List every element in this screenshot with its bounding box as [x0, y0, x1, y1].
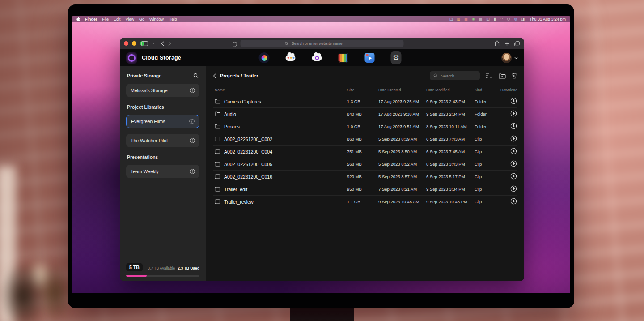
resolve-app-icon[interactable]	[259, 52, 270, 63]
folder-icon	[215, 99, 220, 104]
screen-mirroring-icon[interactable]: ◳	[449, 17, 453, 21]
table-row[interactable]: A002_02261200_C016 920 MB 5 Sep 2023 8:5…	[213, 171, 517, 183]
download-button[interactable]	[510, 198, 517, 205]
info-icon[interactable]	[190, 169, 195, 174]
siri-icon[interactable]: ◍	[514, 17, 517, 21]
column-header-download: Download	[500, 88, 517, 92]
sidebar-item-the-watcher-pilot[interactable]: The Watcher Pilot	[126, 134, 199, 147]
forward-button[interactable]	[168, 41, 171, 46]
green-status-icon[interactable]: ◉	[472, 17, 475, 21]
display-icon[interactable]: ◫	[486, 17, 490, 21]
content-search[interactable]	[430, 71, 480, 80]
download-button[interactable]	[510, 110, 517, 117]
file-name: A002_02261200_C002	[224, 137, 272, 142]
menu-item-go[interactable]: Go	[139, 17, 144, 21]
file-browser: Projects / Trailer	[206, 66, 524, 281]
back-chevron-icon[interactable]	[213, 73, 216, 78]
file-kind: Clip	[475, 149, 500, 154]
stats-widget-icon[interactable]: ▥	[457, 17, 461, 21]
file-size: 751 MB	[347, 149, 378, 154]
tab-overview-icon[interactable]	[514, 41, 520, 46]
section-label-presentations: Presentations	[127, 154, 199, 160]
info-icon[interactable]	[190, 138, 195, 143]
share-icon[interactable]	[495, 40, 500, 47]
minimize-window-button[interactable]	[132, 41, 136, 46]
file-kind: Folder	[475, 111, 500, 116]
clip-icon	[215, 162, 220, 167]
sidebar-item-team-weekly[interactable]: Team Weekly	[126, 165, 199, 178]
file-date-modified: 9 Sep 2023 10:48 PM	[426, 199, 475, 204]
new-folder-icon[interactable]	[499, 73, 506, 79]
keyboard-icon[interactable]: ▤	[479, 17, 483, 21]
breadcrumb[interactable]: Projects / Trailer	[220, 73, 258, 78]
content-search-input[interactable]	[440, 73, 478, 79]
table-row[interactable]: Proxies 1.0 GB 17 Aug 2023 9:51 AM 8 Sep…	[213, 120, 517, 133]
table-row[interactable]: Trailer_edit 950 MB 7 Sep 2023 8:21 AM 9…	[213, 183, 517, 196]
table-row[interactable]: Audio 840 MB 17 Aug 2023 9:38 AM 9 Sep 2…	[213, 108, 517, 120]
file-table: Name Size Date Created Date Modified Kin…	[213, 85, 517, 208]
address-bar[interactable]	[241, 40, 404, 47]
file-name: Trailer_review	[224, 199, 254, 205]
info-icon[interactable]	[190, 88, 195, 93]
download-button[interactable]	[510, 160, 517, 167]
wifi-icon[interactable]: ◠	[500, 17, 503, 21]
menu-item-edit[interactable]: Edit	[114, 17, 121, 21]
sidebar-search-icon[interactable]	[193, 73, 199, 78]
file-size: 920 MB	[347, 174, 378, 179]
download-button[interactable]	[510, 148, 517, 154]
sidebar-toggle-icon[interactable]	[141, 41, 148, 46]
apple-menu-icon[interactable]	[76, 17, 80, 21]
menu-items: FileEditViewGoWindowHelp	[102, 17, 177, 21]
sort-icon[interactable]	[486, 73, 493, 79]
menu-item-window[interactable]: Window	[149, 17, 164, 21]
delete-icon[interactable]	[512, 73, 517, 79]
back-button[interactable]	[161, 41, 164, 46]
download-button[interactable]	[510, 173, 517, 180]
sidebar-item-evergreen-films[interactable]: Evergreen Films	[126, 115, 199, 128]
search-icon[interactable]: ○	[507, 17, 510, 21]
new-tab-icon[interactable]	[504, 41, 509, 46]
menu-item-help[interactable]: Help	[169, 17, 177, 21]
download-button[interactable]	[510, 98, 517, 104]
table-row[interactable]: Trailer_review 1.1 GB 9 Sep 2023 10:48 A…	[213, 196, 517, 208]
file-size: 860 MB	[347, 137, 378, 141]
table-row[interactable]: A002_02261200_C004 751 MB 5 Sep 2023 8:5…	[213, 146, 517, 158]
browser-toolbar	[120, 38, 524, 49]
file-date-modified: 9 Sep 2023 2:43 PM	[426, 99, 475, 104]
clapperboard-app-icon[interactable]	[364, 52, 375, 63]
menu-clock[interactable]: Thu 31 Aug 3:24 pm	[530, 17, 566, 21]
file-date-created: 17 Aug 2023 9:38 AM	[378, 111, 426, 116]
clip-icon	[215, 149, 220, 154]
close-window-button[interactable]	[124, 41, 128, 46]
cloud-sync-app-icon[interactable]	[285, 52, 296, 63]
desktop-scene: Finder FileEditViewGoWindowHelp ◳▥▦◉▤◫▮◠…	[0, 0, 644, 321]
tab-overview-chevron-icon[interactable]	[152, 43, 155, 44]
table-row[interactable]: A002_02261200_C002 860 MB 5 Sep 2023 8:3…	[213, 133, 517, 146]
table-row[interactable]: Camera Captures 1.3 GB 17 Aug 2023 9:25 …	[213, 95, 517, 108]
battery-icon[interactable]: ▮	[494, 17, 496, 21]
sidebar-item-melissas-storage[interactable]: Melissa's Storage	[126, 84, 199, 97]
control-center-icon[interactable]: ◨	[521, 17, 525, 21]
folder-icon	[215, 124, 220, 129]
file-name: Trailer_edit	[224, 187, 247, 192]
address-input[interactable]	[291, 41, 360, 46]
menu-item-view[interactable]: View	[126, 17, 134, 21]
settings-app-icon[interactable]: ⚙	[391, 52, 402, 63]
film-strip-app-icon[interactable]	[338, 52, 349, 63]
menu-app-name[interactable]: Finder	[85, 17, 97, 21]
info-icon[interactable]	[189, 119, 195, 124]
account-menu[interactable]	[501, 53, 518, 63]
table-row[interactable]: A002_02261200_C005 568 MB 5 Sep 2023 8:5…	[213, 158, 517, 171]
app-header: Cloud Storage ⚙	[120, 49, 524, 66]
download-button[interactable]	[510, 123, 517, 129]
privacy-shield-icon[interactable]	[233, 41, 237, 49]
download-button[interactable]	[510, 135, 517, 142]
file-name: A002_02261200_C016	[224, 174, 272, 180]
cloud-storage-app-icon[interactable]	[312, 52, 322, 63]
storage-used: 2.3 TB Used	[178, 266, 199, 270]
search-icon	[284, 42, 288, 46]
color-grid-icon[interactable]: ▦	[464, 17, 468, 21]
download-button[interactable]	[510, 185, 517, 192]
menu-item-file[interactable]: File	[102, 17, 109, 21]
file-table-body: Camera Captures 1.3 GB 17 Aug 2023 9:25 …	[213, 95, 517, 208]
